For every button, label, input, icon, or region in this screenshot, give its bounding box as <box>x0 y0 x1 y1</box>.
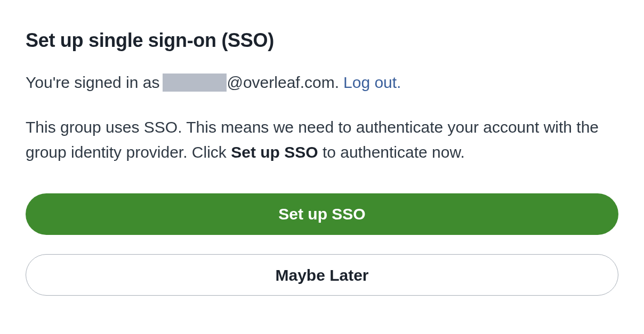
signed-in-prefix: You're signed in as <box>26 72 159 93</box>
signed-in-punctuation: . <box>335 72 339 93</box>
signed-in-domain: @overleaf.com <box>227 72 334 93</box>
setup-sso-button[interactable]: Set up SSO <box>26 193 618 235</box>
description-part2: to authenticate now. <box>318 143 465 161</box>
redacted-username <box>163 74 227 92</box>
logout-link[interactable]: Log out. <box>343 72 401 93</box>
signed-in-status: You're signed in as @overleaf.com . Log … <box>26 72 618 93</box>
page-heading: Set up single sign-on (SSO) <box>26 29 618 52</box>
maybe-later-button[interactable]: Maybe Later <box>26 254 618 296</box>
sso-description: This group uses SSO. This means we need … <box>26 115 618 165</box>
description-bold: Set up SSO <box>231 143 318 161</box>
